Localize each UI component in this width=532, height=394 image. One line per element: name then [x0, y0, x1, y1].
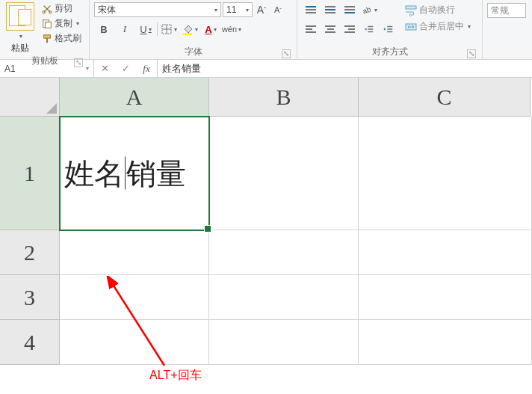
- merge-center-button[interactable]: 合并后居中: [402, 19, 474, 34]
- row-header-1[interactable]: 1: [0, 117, 60, 230]
- formula-input[interactable]: 姓名销量: [158, 60, 532, 77]
- copy-button[interactable]: 复制: [39, 16, 84, 31]
- align-bottom-icon: [344, 6, 355, 13]
- group-font: 宋体 ▾ 11 ▾ Aˆ Aˇ B I U: [90, 0, 297, 60]
- align-center-button[interactable]: [321, 21, 339, 37]
- font-size-combo[interactable]: 11 ▾: [223, 2, 253, 17]
- decrease-indent-icon: [363, 24, 375, 34]
- align-center-icon: [325, 25, 335, 33]
- underline-button[interactable]: U: [136, 21, 155, 37]
- cell-A1-content: 姓名 销量: [64, 153, 186, 194]
- group-number: 常规: [483, 0, 532, 60]
- cell-A4[interactable]: [60, 320, 209, 365]
- scissors-icon: [42, 4, 52, 14]
- group-font-label: 字体: [185, 46, 202, 57]
- text-caret: [125, 157, 126, 190]
- format-painter-button[interactable]: 格式刷: [39, 31, 84, 46]
- cell-C3[interactable]: [359, 275, 532, 320]
- borders-icon: [161, 23, 173, 35]
- separator: [157, 22, 158, 36]
- cell-A2[interactable]: [60, 230, 209, 275]
- align-middle-button[interactable]: [321, 1, 339, 18]
- cancel-edit-button[interactable]: ✕: [94, 63, 115, 74]
- bold-button[interactable]: B: [94, 21, 114, 37]
- fx-icon: fx: [143, 63, 149, 75]
- orientation-button[interactable]: ab: [360, 1, 378, 18]
- increase-indent-button[interactable]: [380, 21, 398, 37]
- fill-color-button[interactable]: [180, 21, 200, 37]
- italic-button[interactable]: I: [115, 21, 134, 37]
- col-header-C[interactable]: C: [359, 78, 531, 117]
- font-name-value: 宋体: [98, 4, 116, 16]
- select-all-corner[interactable]: [0, 78, 60, 117]
- cell-C1[interactable]: [359, 117, 532, 230]
- font-color-button[interactable]: A: [201, 21, 220, 37]
- font-launcher-icon[interactable]: ⤡: [282, 49, 291, 58]
- insert-function-button[interactable]: fx: [136, 63, 157, 75]
- align-left-button[interactable]: [302, 21, 320, 37]
- cell-A3[interactable]: [60, 275, 209, 320]
- cell-B4[interactable]: [209, 320, 359, 365]
- cell-A1-right: 销量: [126, 153, 186, 194]
- bucket-icon: [182, 23, 194, 35]
- orientation-icon: ab: [361, 4, 373, 16]
- font-name-combo[interactable]: 宋体 ▾: [94, 2, 221, 17]
- group-alignment: ab: [297, 0, 483, 60]
- svg-text:ab: ab: [362, 4, 373, 15]
- phonetic-button[interactable]: wén: [222, 21, 241, 37]
- row-header-4[interactable]: 4: [0, 320, 60, 365]
- decrease-font-button[interactable]: Aˇ: [270, 2, 285, 17]
- align-top-button[interactable]: [302, 1, 320, 18]
- paste-button[interactable]: [3, 1, 37, 40]
- confirm-edit-button[interactable]: ✓: [115, 63, 136, 74]
- wrap-text-button[interactable]: 自动换行: [402, 3, 474, 17]
- align-right-icon: [344, 25, 355, 33]
- svg-rect-3: [45, 22, 51, 28]
- col-header-A[interactable]: A: [60, 78, 209, 117]
- copy-icon: [42, 19, 52, 29]
- align-top-icon: [306, 6, 316, 13]
- copy-label: 复制: [55, 17, 72, 30]
- cell-B2[interactable]: [209, 230, 359, 275]
- underline-label: U: [140, 24, 146, 35]
- brush-icon: [42, 34, 52, 44]
- cell-B3[interactable]: [209, 275, 359, 320]
- wrap-label: 自动换行: [419, 4, 455, 16]
- svg-rect-4: [44, 34, 51, 37]
- font-color-icon: A: [205, 24, 211, 35]
- group-align-label: 对齐方式: [372, 46, 408, 57]
- decrease-indent-button[interactable]: [360, 21, 378, 37]
- group-clipboard: 粘贴 剪切 复制: [0, 0, 90, 60]
- cell-C4[interactable]: [359, 320, 532, 365]
- borders-button[interactable]: [159, 21, 179, 37]
- align-launcher-icon[interactable]: ⤡: [467, 49, 476, 58]
- row-header-3[interactable]: 3: [0, 275, 60, 320]
- align-right-button[interactable]: [341, 21, 359, 37]
- paste-icon: [6, 2, 34, 31]
- align-bottom-button[interactable]: [341, 1, 359, 18]
- font-size-value: 11: [226, 4, 236, 15]
- chevron-down-icon: ▾: [86, 65, 89, 72]
- wrap-icon: [405, 4, 417, 16]
- format-painter-label: 格式刷: [55, 32, 81, 45]
- cell-A1[interactable]: 姓名 销量: [60, 117, 209, 230]
- paste-label: 粘贴: [11, 42, 29, 55]
- number-format-combo[interactable]: 常规: [487, 3, 526, 18]
- cell-C2[interactable]: [359, 230, 532, 275]
- cut-button[interactable]: 剪切: [39, 1, 84, 16]
- cut-label: 剪切: [55, 2, 72, 15]
- chevron-down-icon: ▾: [214, 7, 217, 13]
- increase-indent-icon: [383, 24, 395, 34]
- group-clipboard-label: 剪贴板: [31, 55, 58, 66]
- increase-font-button[interactable]: Aˆ: [254, 2, 269, 17]
- clipboard-launcher-icon[interactable]: ⤡: [74, 58, 83, 67]
- col-header-B[interactable]: B: [209, 78, 359, 117]
- cell-A1-left: 姓名: [64, 153, 124, 194]
- cell-B1[interactable]: [209, 117, 359, 230]
- align-left-icon: [306, 25, 316, 33]
- check-icon: ✓: [122, 63, 130, 74]
- formula-value: 姓名销量: [162, 62, 201, 76]
- svg-rect-9: [183, 33, 192, 35]
- annotation-label: ALT+回车: [149, 368, 202, 384]
- row-header-2[interactable]: 2: [0, 230, 60, 275]
